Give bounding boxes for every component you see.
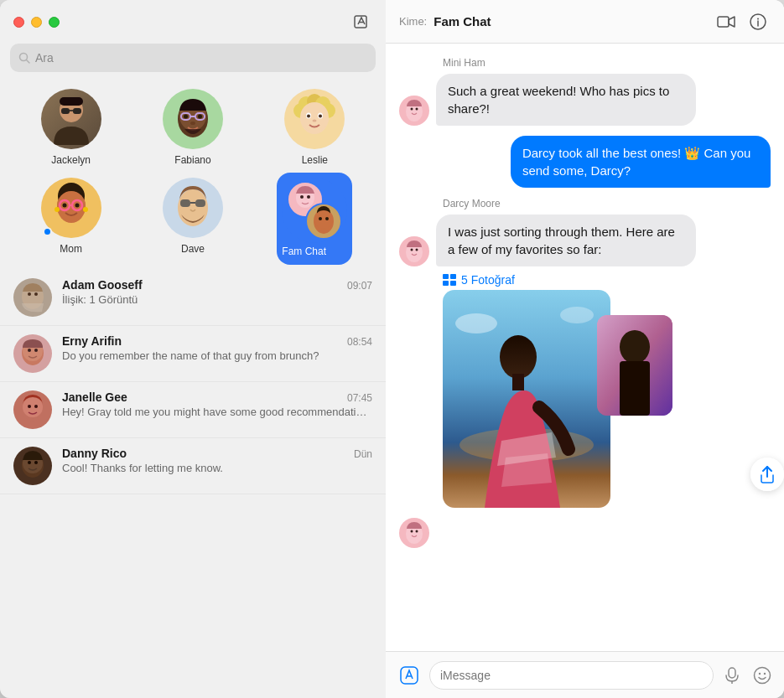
conv-content-adam: Adam Gooseff 09:07 İlişik: 1 Görüntü xyxy=(62,278,372,306)
svg-point-27 xyxy=(307,115,310,118)
msg-avatar-darcy-bottom xyxy=(399,518,429,548)
titlebar xyxy=(0,0,386,44)
conv-item-janelle[interactable]: Janelle Gee 07:45 Hey! Gray told me you … xyxy=(0,382,386,438)
sender-name-darcy: Darcy Moore xyxy=(443,198,771,209)
photo-thumb-main[interactable] xyxy=(443,290,610,508)
conv-time-erny: 08:54 xyxy=(347,336,372,348)
pinned-contact-mom[interactable]: Mom xyxy=(38,178,105,258)
pinned-contact-leslie[interactable]: Leslie xyxy=(281,89,348,166)
message-row-3: I was just sorting through them. Here ar… xyxy=(399,215,771,266)
conv-content-danny: Danny Rico Dün Cool! Thanks for letting … xyxy=(62,447,372,474)
svg-rect-95 xyxy=(620,361,650,416)
avatar-wrap-leslie xyxy=(284,89,345,149)
audio-input-button[interactable] xyxy=(720,664,744,687)
contact-name-mom: Mom xyxy=(60,243,82,255)
photos-grid xyxy=(443,290,771,508)
svg-point-82 xyxy=(416,249,418,251)
svg-rect-43 xyxy=(195,199,205,207)
minimize-button[interactable] xyxy=(31,17,42,28)
compose-button[interactable] xyxy=(349,10,372,34)
svg-point-92 xyxy=(560,307,594,323)
contact-name-dave: Dave xyxy=(181,243,205,255)
unread-dot-mom xyxy=(43,227,52,236)
message-input[interactable] xyxy=(429,661,714,690)
svg-rect-7 xyxy=(61,108,70,114)
traffic-lights xyxy=(13,17,60,28)
svg-point-66 xyxy=(34,405,38,408)
pinned-contact-famchat[interactable]: Fam Chat xyxy=(281,178,348,258)
msg-avatar-miniham xyxy=(399,96,429,126)
close-button[interactable] xyxy=(13,17,24,28)
group-avatar-member2 xyxy=(305,203,342,240)
conv-item-adam[interactable]: Adam Gooseff 09:07 İlişik: 1 Görüntü xyxy=(0,270,386,326)
contact-name-jackelyn: Jackelyn xyxy=(51,154,91,166)
search-bar[interactable]: Ara xyxy=(10,44,376,72)
svg-line-3 xyxy=(27,60,30,64)
contact-name-famchat: Fam Chat xyxy=(282,246,326,257)
svg-point-29 xyxy=(313,120,317,122)
svg-point-54 xyxy=(325,217,329,220)
messages-area: Mini Ham Such a great weekend! xyxy=(386,44,784,651)
svg-point-58 xyxy=(34,292,38,296)
message-group-2: Darcy took all the best ones! 👑 Can you … xyxy=(399,136,771,188)
svg-rect-71 xyxy=(718,17,729,27)
message-row-1: Such a great weekend! Who has pics to sh… xyxy=(399,74,771,126)
bubble-1: Such a great weekend! Who has pics to sh… xyxy=(436,74,696,126)
maximize-button[interactable] xyxy=(49,17,60,28)
selected-contact-bg: Fam Chat xyxy=(277,173,352,265)
chat-recipient-name: Fam Chat xyxy=(434,14,707,28)
svg-point-61 xyxy=(28,349,31,352)
search-placeholder: Ara xyxy=(35,51,54,65)
pinned-contacts-row2: Mom xyxy=(0,178,386,270)
photo-thumb-2 xyxy=(597,307,672,508)
photos-count: 5 Fotoğraf xyxy=(461,273,515,287)
conv-preview-janelle: Hey! Gray told me you might have some go… xyxy=(62,406,372,418)
avatar-famchat xyxy=(282,178,347,243)
svg-rect-85 xyxy=(443,281,449,286)
conv-name-adam: Adam Gooseff xyxy=(62,278,143,292)
avatar-fabiano xyxy=(163,89,223,149)
pinned-contact-jackelyn[interactable]: Jackelyn xyxy=(38,89,105,166)
bubble-2: Darcy took all the best ones! 👑 Can you … xyxy=(511,136,771,188)
appstore-button[interactable] xyxy=(396,662,423,689)
avatar-jackelyn xyxy=(41,89,101,149)
avatar-dave xyxy=(163,178,223,238)
svg-point-62 xyxy=(34,349,38,352)
message-row-2: Darcy took all the best ones! 👑 Can you … xyxy=(399,136,771,188)
svg-point-16 xyxy=(198,115,202,119)
emoji-button[interactable] xyxy=(750,664,774,687)
conv-time-danny: Dün xyxy=(354,448,372,460)
svg-point-77 xyxy=(411,108,413,111)
svg-point-28 xyxy=(319,115,322,118)
pinned-contact-fabiano[interactable]: Fabiano xyxy=(159,89,226,166)
chat-header: Kime: Fam Chat xyxy=(386,0,784,44)
bottom-avatar-row xyxy=(399,518,771,548)
chat-to-label: Kime: xyxy=(399,15,427,28)
svg-point-17 xyxy=(190,122,195,125)
conv-avatar-adam xyxy=(13,278,52,317)
bubble-text-3: I was just sorting through them. Here ar… xyxy=(448,225,675,256)
svg-point-57 xyxy=(28,292,31,296)
svg-point-53 xyxy=(319,217,322,220)
svg-rect-102 xyxy=(729,668,735,678)
conv-header-adam: Adam Gooseff 09:07 xyxy=(62,278,372,292)
pinned-contact-dave[interactable]: Dave xyxy=(159,178,226,258)
svg-point-91 xyxy=(455,313,497,333)
conv-header-danny: Danny Rico Dün xyxy=(62,447,372,460)
svg-point-89 xyxy=(500,335,537,379)
svg-point-98 xyxy=(411,530,413,533)
sidebar: Ara xyxy=(0,0,386,698)
video-call-button[interactable] xyxy=(714,9,739,34)
conv-item-erny[interactable]: Erny Arifin 08:54 Do you remember the na… xyxy=(0,326,386,382)
conv-item-danny[interactable]: Danny Rico Dün Cool! Thanks for letting … xyxy=(0,438,386,494)
msg-avatar-darcy xyxy=(399,236,429,266)
conv-time-adam: 09:07 xyxy=(347,280,372,292)
avatar-leslie xyxy=(284,89,345,149)
info-button[interactable] xyxy=(745,9,771,34)
svg-point-36 xyxy=(62,204,66,208)
svg-rect-90 xyxy=(512,374,524,390)
svg-rect-84 xyxy=(450,274,456,279)
conv-preview-danny: Cool! Thanks for letting me know. xyxy=(62,462,372,474)
share-button[interactable] xyxy=(750,458,784,491)
conv-time-janelle: 07:45 xyxy=(347,392,372,404)
